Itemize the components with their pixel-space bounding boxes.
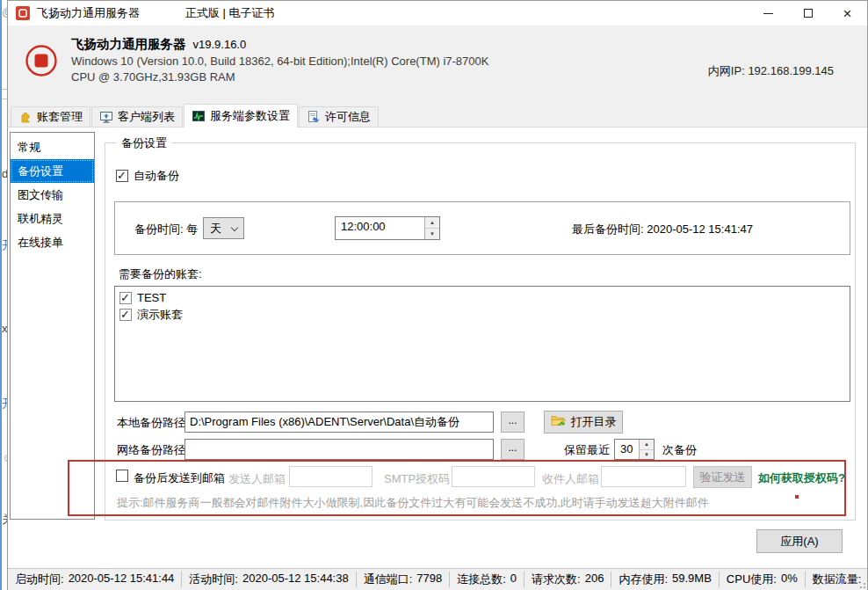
system-info-line1: Windows 10 (Version 10.0, Build 18362, 6…: [71, 55, 488, 68]
send-email-checkbox[interactable]: [116, 470, 128, 482]
account-item[interactable]: 演示账套: [119, 306, 845, 323]
tab-account-management[interactable]: 账套管理: [11, 106, 90, 127]
accounts-to-backup-label: 需要备份的账套:: [119, 266, 202, 282]
receiver-email-input[interactable]: [601, 466, 686, 487]
keep-recent-label: 保留最近: [564, 442, 610, 458]
local-path-input[interactable]: [184, 412, 494, 433]
tab-page-server-settings: 常规 备份设置 图文传输 联机精灵 在线接单 备份设置 自动备份 备份时间: 每…: [8, 127, 867, 568]
status-label: 活动时间:: [189, 572, 238, 587]
maximize-icon: [804, 9, 813, 18]
receiver-email-label: 收件人邮箱: [542, 471, 599, 487]
tab-label: 许可信息: [325, 109, 371, 125]
verify-send-button[interactable]: 验证发送: [693, 466, 752, 488]
edition-label: 正式版 | 电子证书: [185, 5, 275, 21]
get-auth-code-link[interactable]: 如何获取授权码?: [758, 470, 845, 486]
lan-ip-label: 内网IP:: [708, 64, 745, 77]
status-label: 连接总数:: [457, 572, 506, 587]
lan-ip-value: 192.168.199.145: [748, 64, 834, 77]
smtp-code-input[interactable]: [452, 466, 535, 487]
spin-up-icon[interactable]: ▲: [640, 440, 654, 450]
app-window: 飞扬动力通用服务器 正式版 | 电子证书 × 飞扬动力通用服务器v19.9.16…: [7, 0, 868, 590]
settings-category-list: 常规 备份设置 图文传输 联机精灵 在线接单: [10, 132, 95, 520]
tab-license-info[interactable]: 许可信息: [299, 106, 379, 127]
server-status-icon: [24, 43, 59, 81]
window-title: 飞扬动力通用服务器: [37, 5, 140, 21]
tab-label: 客户端列表: [118, 109, 175, 125]
keep-suffix-label: 次备份: [662, 442, 697, 458]
app-name: 飞扬动力通用服务器: [71, 37, 186, 51]
keep-count-input[interactable]: 30 ▲ ▼: [614, 439, 655, 460]
keep-count-spinner: ▲ ▼: [639, 440, 654, 459]
tab-client-list[interactable]: 客户端列表: [91, 106, 183, 127]
puzzle-icon: [18, 110, 33, 124]
backup-settings-group: 备份设置 自动备份 备份时间: 每 天 12:00:00 ▲ ▼: [105, 142, 856, 521]
last-backup-label: 最后备份时间:: [572, 222, 644, 236]
backup-time-value: 12:00:00: [336, 217, 424, 239]
app-logo-icon: [16, 6, 30, 20]
status-label: 数据流量:: [813, 572, 862, 587]
monitor-icon: [99, 110, 113, 124]
status-value: 59.9MB: [672, 572, 712, 587]
sidebar-item-backup[interactable]: 备份设置: [11, 159, 94, 183]
status-connections: 连接总数: 0: [450, 572, 524, 587]
red-annotation-dot: [795, 495, 799, 499]
status-value: 2020-05-12 15:44:38: [242, 572, 349, 587]
network-path-row: 网络备份路径 ... 保留最近 30 ▲ ▼ 次备份: [105, 437, 855, 462]
sidebar-item-image-transfer[interactable]: 图文传输: [11, 183, 94, 207]
sender-email-input[interactable]: [289, 466, 373, 487]
tab-label: 服务端参数设置: [210, 108, 290, 124]
period-select[interactable]: 天: [203, 217, 244, 239]
auto-backup-label: 自动备份: [134, 168, 179, 184]
apply-button[interactable]: 应用(A): [756, 529, 843, 553]
status-bar: 启动时间: 2020-05-12 15:41:44 活动时间: 2020-05-…: [8, 568, 867, 590]
backup-time-input[interactable]: 12:00:00 ▲ ▼: [335, 216, 440, 240]
status-value: 2020-05-12 15:41:44: [69, 572, 175, 587]
open-directory-button[interactable]: 打开目录: [544, 411, 623, 433]
status-active-time: 活动时间: 2020-05-12 15:44:38: [182, 572, 356, 587]
status-memory: 内存使用: 59.9MB: [611, 572, 719, 587]
account-name: 演示账套: [137, 307, 183, 323]
status-value: 0: [510, 572, 517, 587]
sidebar-item-online-orders[interactable]: 在线接单: [11, 230, 94, 254]
account-item[interactable]: TEST: [119, 289, 845, 306]
network-path-browse-button[interactable]: ...: [501, 439, 524, 460]
window-controls: ×: [749, 1, 867, 25]
account-checkbox[interactable]: [119, 309, 132, 321]
server-info-header: 飞扬动力通用服务器v19.9.16.0 Windows 10 (Version …: [8, 25, 867, 103]
backup-time-label: 备份时间: 每: [134, 222, 198, 237]
background-window-sliver: @ d 开 x 开 ☺ 关: [0, 0, 7, 590]
smtp-code-label: SMTP授权码: [384, 471, 450, 487]
group-title: 备份设置: [117, 135, 171, 151]
last-backup-time: 最后备份时间: 2020-05-12 15:41:47: [572, 222, 753, 237]
status-requests: 请求次数: 206: [524, 572, 611, 587]
minimize-icon: [763, 13, 773, 14]
spin-up-icon[interactable]: ▲: [425, 217, 439, 229]
status-label: CPU使用:: [727, 572, 777, 587]
spin-down-icon[interactable]: ▼: [640, 450, 654, 460]
status-cpu: CPU使用: 0%: [720, 572, 806, 587]
status-label: 请求次数:: [532, 572, 581, 587]
close-button[interactable]: ×: [828, 1, 867, 25]
account-checkbox[interactable]: [119, 292, 132, 304]
last-backup-value: 2020-05-12 15:41:47: [647, 222, 753, 236]
email-hint-text: 提示:邮件服务商一般都会对邮件附件大小做限制,因此备份文件过大有可能会发送不成功…: [117, 495, 709, 511]
spin-down-icon[interactable]: ▼: [425, 229, 439, 239]
folder-open-icon: [551, 414, 567, 430]
email-after-backup-row: 备份后发送到邮箱 发送人邮箱 SMTP授权码 收件人邮箱 验证发送 如何获取授权…: [105, 464, 855, 489]
status-start-time: 启动时间: 2020-05-12 15:41:44: [8, 572, 182, 587]
local-path-label: 本地备份路径: [117, 415, 185, 431]
system-info-line2: CPU @ 3.70GHz,31.93GB RAM: [71, 70, 235, 84]
chevron-down-icon: [231, 224, 238, 231]
local-path-row: 本地备份路径 ... 打开目录: [105, 410, 855, 434]
tab-server-settings[interactable]: 服务端参数设置: [184, 104, 298, 127]
minimize-button[interactable]: [749, 1, 788, 25]
network-path-input[interactable]: [184, 439, 494, 460]
sidebar-item-general[interactable]: 常规: [11, 135, 94, 159]
local-path-browse-button[interactable]: ...: [501, 412, 524, 433]
maximize-button[interactable]: [788, 1, 828, 25]
sidebar-item-online-wizard[interactable]: 联机精灵: [11, 207, 94, 230]
status-value: 0%: [781, 572, 798, 587]
send-email-label: 备份后发送到邮箱: [134, 470, 225, 486]
resize-grip[interactable]: [864, 586, 865, 588]
auto-backup-checkbox[interactable]: [116, 170, 128, 182]
